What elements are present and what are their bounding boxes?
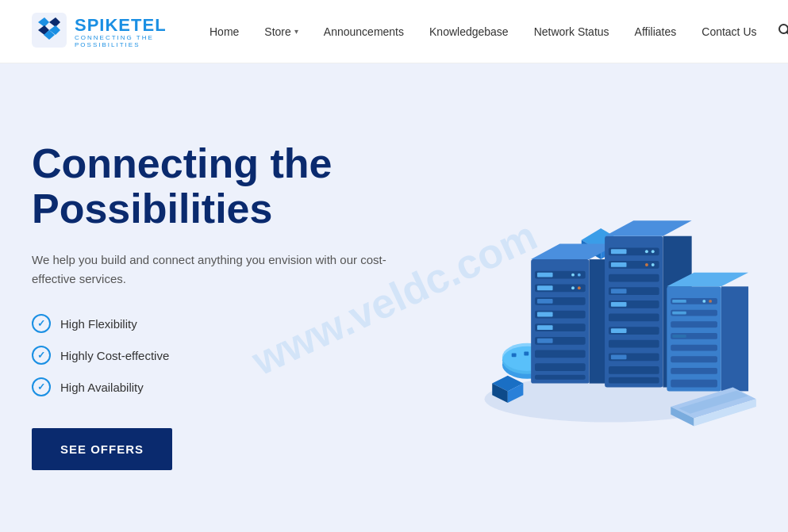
nav-home[interactable]: Home — [198, 19, 250, 44]
svg-rect-15 — [537, 285, 553, 290]
brand-name: SPIKETEL — [75, 15, 198, 36]
nav-affiliates[interactable]: Affiliates — [624, 19, 688, 44]
svg-rect-59 — [672, 311, 686, 314]
svg-rect-19 — [537, 312, 553, 316]
svg-rect-57 — [672, 299, 686, 302]
nav-knowledgebase[interactable]: Knowledgebase — [418, 19, 520, 44]
main-nav: Home Store ▾ Announcements Knowledgebase… — [198, 17, 788, 47]
main-header: SPIKETEL CONNECTING THE POSSIBILITIES Ho… — [0, 0, 788, 63]
logo-tagline: CONNECTING THE POSSIBILITIES — [75, 34, 198, 48]
svg-rect-55 — [721, 286, 748, 391]
svg-point-52 — [645, 262, 648, 266]
svg-rect-17 — [537, 298, 553, 303]
svg-point-30 — [578, 286, 581, 289]
svg-point-28 — [578, 273, 581, 276]
svg-rect-41 — [611, 301, 627, 306]
svg-rect-13 — [537, 272, 553, 277]
svg-rect-36 — [611, 262, 627, 267]
svg-rect-8 — [525, 351, 529, 355]
svg-rect-44 — [611, 328, 627, 333]
svg-point-53 — [652, 262, 655, 266]
feature-label-1: High Flexibility — [60, 317, 137, 331]
svg-rect-49 — [609, 377, 659, 383]
hero-section: www.veldc.com Connecting the Possibiliti… — [0, 63, 788, 532]
feature-item-availability: High Availability — [32, 377, 430, 396]
check-icon-3 — [32, 377, 51, 396]
check-icon-1 — [32, 314, 51, 333]
svg-rect-7 — [512, 353, 517, 357]
hero-title: Connecting the Possibilities — [32, 141, 430, 232]
svg-rect-47 — [611, 354, 627, 359]
feature-label-2: Highly Cost-effective — [60, 349, 169, 362]
feature-label-3: High Availability — [60, 381, 144, 394]
svg-point-67 — [702, 299, 705, 302]
svg-rect-63 — [671, 344, 717, 350]
svg-point-29 — [571, 286, 575, 289]
hero-content: Connecting the Possibilities We help you… — [32, 125, 430, 470]
svg-rect-62 — [672, 334, 686, 337]
svg-point-50 — [645, 250, 648, 253]
nav-store[interactable]: Store ▾ — [253, 19, 309, 44]
svg-rect-24 — [535, 350, 586, 358]
svg-rect-31 — [605, 235, 663, 387]
svg-rect-23 — [537, 338, 553, 343]
svg-rect-25 — [535, 363, 586, 371]
hero-subtitle: We help you build and connect anything y… — [32, 251, 429, 289]
svg-rect-39 — [611, 289, 627, 293]
logo-icon — [32, 13, 67, 51]
svg-rect-34 — [611, 249, 627, 254]
logo-text: SPIKETEL CONNECTING THE POSSIBILITIES — [75, 15, 198, 48]
store-chevron-icon: ▾ — [294, 27, 298, 36]
feature-item-flexibility: High Flexibility — [32, 314, 430, 333]
feature-item-cost: Highly Cost-effective — [32, 346, 430, 365]
svg-rect-60 — [671, 321, 717, 327]
svg-rect-64 — [671, 356, 717, 362]
svg-rect-26 — [535, 374, 586, 379]
svg-point-68 — [709, 299, 712, 302]
check-icon-2 — [32, 346, 51, 365]
svg-rect-37 — [609, 274, 659, 281]
svg-rect-48 — [609, 366, 659, 374]
nav-contact-us[interactable]: Contact Us — [690, 19, 767, 44]
nav-network-status[interactable]: Network Status — [523, 19, 621, 44]
svg-point-51 — [652, 250, 655, 253]
logo-area: SPIKETEL CONNECTING THE POSSIBILITIES — [32, 13, 198, 51]
features-list: High Flexibility Highly Cost-effective H… — [32, 314, 430, 396]
svg-rect-45 — [609, 339, 659, 347]
hero-image — [430, 155, 756, 441]
search-icon[interactable] — [771, 17, 788, 47]
svg-rect-65 — [671, 368, 717, 374]
svg-rect-66 — [671, 379, 717, 387]
svg-rect-42 — [609, 313, 659, 321]
svg-point-27 — [571, 273, 575, 276]
nav-announcements[interactable]: Announcements — [313, 19, 415, 44]
see-offers-button[interactable]: SEE OFFERS — [32, 428, 172, 470]
svg-rect-21 — [537, 325, 553, 330]
